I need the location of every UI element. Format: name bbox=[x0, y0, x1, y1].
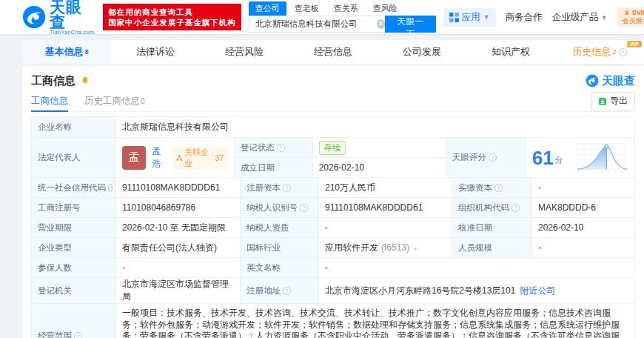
company-name-value: 北京斯瑞信息科技有限公司 bbox=[116, 117, 635, 138]
search-tab-boss[interactable]: 查老板 bbox=[288, 1, 326, 16]
tab-operational-risk[interactable]: 经营风险 bbox=[200, 40, 289, 64]
info-icon[interactable]: ? bbox=[74, 332, 82, 338]
nearby-companies-link[interactable]: 附近公司 bbox=[520, 285, 555, 297]
monitor-bell-icon[interactable] bbox=[80, 76, 90, 86]
table-row: 企业类型 有限责任公司(法人独资) 国标行业 应用软件开发 (I6513) ⌄ … bbox=[32, 238, 635, 258]
score-value: 61 bbox=[532, 148, 554, 168]
approve-date-label: 核准日期 bbox=[452, 218, 532, 238]
chevron-down-icon: ▼ bbox=[483, 13, 490, 21]
business-registration-card: 工商信息 天眼查 工商信息 历史工商信息 0 导出 bbox=[22, 66, 644, 338]
industry-code: (I6513) bbox=[381, 242, 409, 253]
subtab-count: 0 bbox=[141, 97, 145, 105]
company-name-label: 企业名称 bbox=[32, 117, 116, 138]
svip-member-badge[interactable]: ♛ SVIP 会员服务 bbox=[617, 7, 644, 27]
taxpayer-id-label: 纳税人识别号? bbox=[241, 198, 319, 218]
score-unit: 分 bbox=[555, 155, 563, 166]
company-type-label: 企业类型 bbox=[32, 238, 116, 258]
table-row: 工商注册号 110108046869786 纳税人识别号? 91110108MA… bbox=[32, 198, 635, 218]
legal-rep-avatar[interactable]: 孟 bbox=[122, 146, 146, 170]
insured-count-value: - bbox=[116, 258, 241, 278]
legal-rep-cell: 孟 孟浩 关联企业 37 bbox=[116, 138, 235, 178]
business-term-value: 2026-02-10 至 无固定期限 bbox=[116, 218, 241, 238]
tab-intellectual-property[interactable]: 知识产权 bbox=[466, 40, 555, 64]
search-tab-risk[interactable]: 查风险 bbox=[366, 1, 404, 16]
industry-value: 应用软件开发 (I6513) ⌄ bbox=[319, 238, 452, 258]
info-icon[interactable]: ? bbox=[619, 48, 627, 56]
table-row: 统一社会信用代码? 91110108MAK8DDDD61 注册资本? 210万人… bbox=[32, 178, 635, 198]
table-row: 法定代表人 孟 孟浩 关联企业 37 登记状态? bbox=[32, 138, 635, 178]
establish-date-value: 2026-02-10 bbox=[313, 158, 446, 178]
enterprise-products-menu[interactable]: 企业级产品 ▼ bbox=[552, 11, 608, 24]
clear-search-icon[interactable]: ✕ bbox=[377, 19, 385, 29]
svip-line2: 会员服务 bbox=[623, 17, 644, 25]
subtab-current-registration[interactable]: 工商信息 bbox=[31, 91, 68, 111]
business-cooperation-link[interactable]: 商务合作 bbox=[506, 11, 543, 24]
legal-rep-link[interactable]: 孟浩 bbox=[152, 145, 168, 170]
table-row: 登记机关 北京市海淀区市场监督管理局 注册地址? 北京市海淀区小月河东畔路16号… bbox=[32, 278, 635, 304]
staff-size-label: 人员规模 bbox=[452, 238, 532, 258]
tab-history-info[interactable]: VIP 历史信息 2 ? bbox=[555, 40, 644, 64]
info-icon[interactable]: ? bbox=[277, 144, 285, 152]
taxpayer-qual-value: - bbox=[319, 218, 452, 238]
logo-subtitle: TianYanCha.com bbox=[50, 30, 95, 35]
score-cell: 61 分 bbox=[526, 138, 635, 178]
export-button[interactable]: 导出 bbox=[591, 92, 635, 110]
export-icon bbox=[598, 97, 607, 106]
credit-code-value: 91110108MAK8DDDD61 bbox=[116, 178, 241, 198]
enterprise-products-label: 企业级产品 bbox=[552, 12, 599, 22]
slogan-line2: 国家中小企业发展子基金旗下机构 bbox=[108, 17, 236, 27]
info-icon[interactable]: ? bbox=[283, 287, 291, 295]
tab-label: 知识产权 bbox=[492, 45, 530, 59]
english-name-value: - bbox=[319, 258, 635, 278]
tab-label: 公司发展 bbox=[403, 45, 441, 59]
search-input[interactable] bbox=[249, 16, 390, 33]
export-label: 导出 bbox=[610, 95, 628, 107]
search-area: 查公司 查老板 查关系 查风险 ✕ 天眼一下 bbox=[249, 1, 436, 33]
taxpayer-id-value: 91110108MAK8DDDD61 bbox=[319, 198, 452, 218]
svip-line1: ♛ SVIP bbox=[623, 9, 644, 17]
industry-label: 国标行业 bbox=[241, 238, 319, 258]
search-tab-company[interactable]: 查公司 bbox=[249, 1, 286, 16]
logo-title: 天眼查 bbox=[50, 0, 95, 30]
reg-address-value: 北京市海淀区小月河东畔路16号院2号楼13层101 附近公司 bbox=[319, 278, 635, 304]
tianyancha-logo[interactable]: 天眼查 TianYanCha.com bbox=[22, 0, 95, 35]
registry-authority-label: 登记机关 bbox=[32, 278, 116, 304]
reg-capital-value: 210万人民币 bbox=[319, 178, 452, 198]
insured-count-label: 参保人数 bbox=[32, 258, 116, 278]
tab-count: 8 bbox=[84, 48, 88, 56]
related-label: 关联企业 bbox=[184, 147, 212, 169]
reg-number-label: 工商注册号 bbox=[32, 198, 116, 218]
info-icon[interactable]: ? bbox=[494, 184, 503, 192]
info-icon[interactable]: ? bbox=[489, 153, 497, 162]
info-icon[interactable]: ? bbox=[300, 204, 308, 212]
tab-company-development[interactable]: 公司发展 bbox=[378, 40, 466, 64]
approve-date-value: 2026-02-10 bbox=[532, 218, 635, 238]
registration-info-table: 企业名称 北京斯瑞信息科技有限公司 法定代表人 孟 孟浩 关联企业 37 bbox=[31, 116, 635, 338]
status-badge: 存续 bbox=[319, 141, 346, 155]
tab-business-info[interactable]: 经营信息 bbox=[289, 40, 378, 64]
table-row: 经营范围? 一般项目：技术服务、技术开发、技术咨询、技术交流、技术转让、技术推广… bbox=[32, 304, 635, 338]
business-scope-label: 经营范围? bbox=[32, 304, 116, 338]
tab-label: 经营信息 bbox=[314, 45, 352, 59]
info-icon[interactable]: ? bbox=[511, 204, 520, 212]
industry-expand-icon[interactable]: ⌄ bbox=[412, 244, 418, 251]
related-companies-badge[interactable]: 关联企业 37 bbox=[172, 146, 228, 170]
business-term-label: 营业期限 bbox=[32, 218, 116, 238]
info-icon[interactable]: ? bbox=[108, 184, 113, 192]
tab-legal-proceedings[interactable]: 法律诉讼 bbox=[111, 40, 200, 64]
tab-count: 2 bbox=[612, 48, 616, 56]
watermark-logo: 天眼查 bbox=[586, 74, 635, 88]
taxpayer-qual-label: 纳税人资质 bbox=[241, 218, 319, 238]
info-icon[interactable]: ? bbox=[283, 184, 291, 192]
apps-menu[interactable]: 应用 ▼ bbox=[443, 8, 496, 27]
table-row: 营业期限 2026-02-10 至 无固定期限 纳税人资质 - 核准日期 202… bbox=[32, 218, 635, 238]
org-code-value: MAK8DDDD-6 bbox=[532, 198, 635, 218]
industry-name: 应用软件开发 bbox=[325, 242, 378, 254]
brand-slogan: 都在用的商业查询工具 国家中小企业发展子基金旗下机构 bbox=[103, 4, 241, 30]
search-button[interactable]: 天眼一下 bbox=[385, 16, 436, 33]
tab-basic-info[interactable]: 基本信息 8 bbox=[22, 40, 111, 64]
subtab-history-registration[interactable]: 历史工商信息 0 bbox=[84, 91, 145, 111]
search-tab-relation[interactable]: 查关系 bbox=[327, 1, 365, 16]
tab-label: 法律诉讼 bbox=[136, 45, 175, 59]
table-row: 参保人数 - 英文名称 - bbox=[32, 258, 635, 278]
